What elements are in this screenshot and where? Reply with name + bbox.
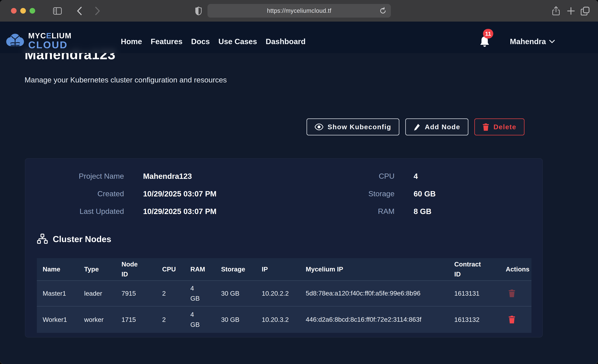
cluster-nodes-table: Name Type Node ID CPU RAM Storage IP Myc… <box>37 258 532 333</box>
col-header-cpu: CPU <box>156 258 184 281</box>
cluster-details-card: Project Name Mahendra123 CPU 4 Created 1… <box>25 158 543 338</box>
col-header-actions: Actions <box>500 258 532 281</box>
brand-text: MYCELIUM CLOUD <box>28 31 72 51</box>
last-updated-label: Last Updated <box>37 207 124 216</box>
cell-ram: 4 GB <box>184 306 215 333</box>
brand-line2: CLOUD <box>28 39 72 51</box>
ram-label: RAM <box>308 207 395 216</box>
cell-name: Master1 <box>37 281 78 306</box>
cell-cpu: 2 <box>156 306 184 333</box>
browser-window: https://myceliumcloud.tf Mah <box>0 0 598 364</box>
brand-logo[interactable]: MYCELIUM CLOUD <box>5 31 72 51</box>
col-header-ip: IP <box>256 258 300 281</box>
project-info-grid: Project Name Mahendra123 CPU 4 Created 1… <box>37 171 527 216</box>
project-name-value: Mahendra123 <box>124 171 308 181</box>
delete-node-button[interactable] <box>506 288 515 298</box>
cpu-value: 4 <box>395 171 527 181</box>
cell-ip: 10.20.2.2 <box>256 281 300 306</box>
nav-link-use-cases[interactable]: Use Cases <box>218 37 257 46</box>
col-header-ram: RAM <box>184 258 215 281</box>
table-header-row: Name Type Node ID CPU RAM Storage IP Myc… <box>37 258 532 281</box>
cell-storage: 30 GB <box>215 281 256 306</box>
nodes-hierarchy-icon <box>37 234 48 245</box>
notifications-button[interactable]: 11 <box>477 28 501 51</box>
page-body: Mahendra123 MYCELIUM CLOUD Home Features… <box>0 22 598 364</box>
project-name-label: Project Name <box>37 171 124 181</box>
cell-actions <box>500 306 532 333</box>
table-row: Master1 leader 7915 2 4 GB 30 GB 10.20.2… <box>37 281 532 306</box>
cluster-actions: Show Kubeconfig Add Node Delete <box>307 118 524 135</box>
reload-icon[interactable] <box>379 7 387 15</box>
cpu-label: CPU <box>308 171 395 181</box>
user-name: Mahendra <box>510 37 546 46</box>
created-label: Created <box>37 189 124 199</box>
user-menu[interactable]: Mahendra <box>510 37 555 46</box>
cell-type: worker <box>78 306 116 333</box>
forward-icon[interactable] <box>93 6 102 16</box>
cell-mycelium-ip: 5d8:78ea:a120:f40c:ff0f:a5fe:99e6:8b96 <box>300 281 448 306</box>
cell-type: leader <box>78 281 116 306</box>
cluster-nodes-header: Cluster Nodes <box>37 234 111 245</box>
cell-contract-id: 1613132 <box>448 306 500 333</box>
table-row: Worker1 worker 1715 2 4 GB 30 GB 10.20.3… <box>37 306 532 333</box>
show-kubeconfig-button[interactable]: Show Kubeconfig <box>307 118 399 135</box>
cell-name: Worker1 <box>37 306 78 333</box>
address-bar[interactable]: https://myceliumcloud.tf <box>208 4 391 17</box>
ram-value: 8 GB <box>395 207 527 216</box>
close-window-button[interactable] <box>11 8 17 14</box>
cell-node-id: 1715 <box>116 306 156 333</box>
cell-cpu: 2 <box>156 281 184 306</box>
nav-link-home[interactable]: Home <box>121 37 142 46</box>
cluster-nodes-table-wrap: Name Type Node ID CPU RAM Storage IP Myc… <box>37 258 532 333</box>
browser-chrome: https://myceliumcloud.tf <box>0 0 598 22</box>
nav-link-features[interactable]: Features <box>151 37 183 46</box>
tab-overview-icon[interactable] <box>581 6 590 16</box>
delete-node-button[interactable] <box>506 314 515 324</box>
storage-value: 60 GB <box>395 189 527 199</box>
col-header-contract-id: Contract ID <box>448 258 500 281</box>
trash-icon <box>508 315 515 323</box>
pencil-icon <box>414 123 420 131</box>
delete-cluster-button[interactable]: Delete <box>474 118 524 135</box>
brand-line1: MYCELIUM <box>28 31 72 40</box>
trash-icon <box>482 123 489 131</box>
page-subtitle: Manage your Kubernetes cluster configura… <box>25 76 227 84</box>
privacy-shield-icon[interactable] <box>194 6 203 16</box>
chevron-down-icon <box>549 40 555 43</box>
cell-contract-id: 1613131 <box>448 281 500 306</box>
last-updated-value: 10/29/2025 03:07 PM <box>124 207 308 216</box>
mycelium-cloud-logo-icon <box>5 31 25 51</box>
col-header-node-id: Node ID <box>116 258 156 281</box>
url-text: https://myceliumcloud.tf <box>267 7 331 14</box>
col-header-name: Name <box>37 258 78 281</box>
top-navbar: MYCELIUM CLOUD Home Features Docs Use Ca… <box>0 22 598 53</box>
eye-icon <box>315 124 323 130</box>
sidebar-toggle-icon[interactable] <box>53 6 62 16</box>
cell-ram: 4 GB <box>184 281 215 306</box>
main-nav: Home Features Docs Use Cases Dashboard <box>121 37 306 46</box>
cluster-nodes-title: Cluster Nodes <box>53 234 111 244</box>
trash-icon <box>508 289 515 297</box>
minimize-window-button[interactable] <box>20 8 26 14</box>
share-icon[interactable] <box>551 6 561 16</box>
col-header-mycelium-ip: Mycelium IP <box>300 258 448 281</box>
cell-actions <box>500 281 532 306</box>
nav-link-docs[interactable]: Docs <box>191 37 210 46</box>
col-header-type: Type <box>78 258 116 281</box>
col-header-storage: Storage <box>215 258 256 281</box>
back-icon[interactable] <box>75 6 84 16</box>
nav-link-dashboard[interactable]: Dashboard <box>266 37 306 46</box>
new-tab-icon[interactable] <box>566 6 576 16</box>
cell-ip: 10.20.3.2 <box>256 306 300 333</box>
cell-mycelium-ip: 446:d2a6:8bcd:8c16:ff0f:72e2:3114:863f <box>300 306 448 333</box>
cell-node-id: 7915 <box>116 281 156 306</box>
storage-label: Storage <box>308 189 395 199</box>
zoom-window-button[interactable] <box>30 8 35 14</box>
add-node-button[interactable]: Add Node <box>405 118 468 135</box>
created-value: 10/29/2025 03:07 PM <box>124 189 308 199</box>
cell-storage: 30 GB <box>215 306 256 333</box>
notification-count-badge: 11 <box>483 29 493 39</box>
